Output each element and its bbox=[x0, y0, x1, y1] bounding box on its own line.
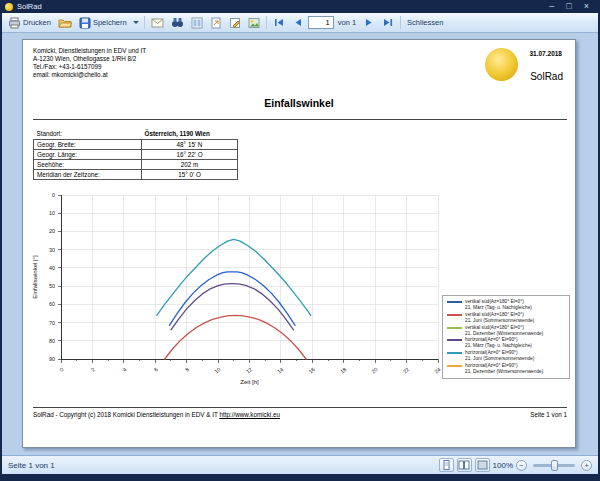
next-page-button[interactable] bbox=[360, 16, 378, 29]
statusbar: Seite 1 von 1 100% − + bbox=[2, 455, 598, 474]
print-button[interactable]: Drucken bbox=[5, 16, 54, 30]
company-line: email: mkomicki@chello.at bbox=[33, 71, 146, 79]
svg-text:60: 60 bbox=[49, 301, 55, 307]
legend-swatch bbox=[447, 339, 462, 341]
legend-entry: vertikal süd(Az=180° El=0°)21. Dezember … bbox=[447, 325, 566, 337]
minimize-button[interactable]: – bbox=[549, 2, 554, 11]
toolbar-separator bbox=[144, 16, 145, 29]
document-page: Komicki, Dienstleistungen in EDV und IT … bbox=[22, 39, 576, 448]
svg-text:10: 10 bbox=[49, 210, 55, 216]
page-of-label: von 1 bbox=[338, 18, 356, 27]
next-page-icon bbox=[363, 17, 375, 28]
sun-logo bbox=[485, 48, 518, 81]
save-icon bbox=[79, 17, 91, 29]
svg-text:14: 14 bbox=[276, 366, 284, 374]
svg-text:24: 24 bbox=[433, 366, 441, 374]
legend-swatch bbox=[447, 327, 462, 329]
open-button[interactable] bbox=[55, 16, 75, 30]
svg-text:8: 8 bbox=[184, 366, 190, 373]
svg-text:16: 16 bbox=[308, 366, 316, 374]
zoom-out-button[interactable]: − bbox=[516, 460, 527, 471]
two-page-view-button[interactable] bbox=[457, 458, 472, 472]
folder-icon bbox=[58, 17, 72, 29]
window-title: SolRad bbox=[17, 2, 42, 11]
zoom-in-button[interactable]: + bbox=[581, 460, 592, 471]
page-setup-icon bbox=[210, 17, 222, 29]
page-setup-button[interactable] bbox=[207, 16, 225, 30]
table-cell-value: 16° 22' O bbox=[142, 149, 238, 159]
svg-text:0: 0 bbox=[58, 366, 64, 373]
svg-text:0: 0 bbox=[52, 192, 55, 198]
legend-label: vertikal süd(Az=180° El=0°)21. Juni (Som… bbox=[465, 312, 534, 324]
columns-button[interactable] bbox=[188, 16, 206, 30]
x-axis-title: Zeit [h] bbox=[240, 379, 259, 385]
footer-page-number: Seite 1 von 1 bbox=[530, 411, 567, 418]
legend-label: vertikal süd(Az=180° El=0°)21. Dezember … bbox=[465, 325, 543, 337]
table-row: Meridian der Zeitzone:15° 0' O bbox=[34, 169, 238, 179]
save-dropdown-caret[interactable] bbox=[133, 21, 139, 24]
standort-value: Österreich, 1190 Wien bbox=[142, 129, 238, 139]
svg-text:10: 10 bbox=[213, 366, 221, 374]
close-preview-button[interactable]: Schliessen bbox=[404, 17, 446, 28]
search-button[interactable] bbox=[168, 16, 187, 29]
legend-swatch bbox=[447, 352, 462, 354]
svg-text:90: 90 bbox=[49, 356, 55, 362]
legend-swatch bbox=[447, 365, 462, 367]
svg-text:20: 20 bbox=[370, 366, 378, 374]
svg-text:6: 6 bbox=[153, 366, 159, 373]
solrad-logo-label: SolRad bbox=[530, 71, 563, 82]
table-cell-value: 48° 15' N bbox=[142, 139, 238, 149]
info-table-body: Standort: Österreich, 1190 Wien Geogr. B… bbox=[34, 129, 238, 179]
last-page-button[interactable] bbox=[379, 16, 397, 29]
maximize-button[interactable]: □ bbox=[566, 2, 571, 11]
table-row: Geogr. Breite:48° 15' N bbox=[34, 139, 238, 149]
email-icon bbox=[151, 17, 164, 28]
email-button[interactable] bbox=[148, 16, 167, 29]
chart-series-line bbox=[171, 284, 294, 330]
footer-link[interactable]: http://www.komicki.eu bbox=[219, 411, 280, 418]
svg-text:22: 22 bbox=[402, 366, 410, 374]
chart-series-line bbox=[165, 315, 306, 359]
report-date: 31.07.2018 bbox=[529, 50, 562, 57]
zoom-slider[interactable] bbox=[533, 464, 575, 467]
single-page-view-button[interactable] bbox=[439, 458, 454, 472]
save-button[interactable]: Speichern bbox=[76, 16, 130, 30]
titlebar: SolRad – □ × bbox=[0, 0, 600, 13]
toolbar-separator bbox=[400, 16, 401, 29]
chart-ticks bbox=[58, 195, 439, 363]
company-line: Tel./Fax: +43-1-6157099 bbox=[33, 63, 146, 71]
title-divider bbox=[33, 119, 567, 120]
fit-width-view-button[interactable] bbox=[475, 458, 490, 472]
two-page-icon bbox=[458, 460, 470, 470]
legend-entry: horizontal(Az=0° El=90°)21. Juni (Sommer… bbox=[447, 350, 566, 362]
first-page-button[interactable] bbox=[270, 16, 288, 29]
legend-label: horizontal(Az=0° El=90°)21. Juni (Sommer… bbox=[465, 350, 534, 362]
printer-icon bbox=[8, 17, 21, 29]
toolbar: Drucken Speichern bbox=[2, 13, 598, 33]
preview-workspace: Komicki, Dienstleistungen in EDV und IT … bbox=[2, 33, 598, 455]
legend-entry: horizontal(Az=0° El=90°)21. Dezember (Wi… bbox=[447, 363, 566, 375]
statusbar-page-text: Seite 1 von 1 bbox=[8, 461, 55, 470]
svg-text:2: 2 bbox=[90, 366, 96, 373]
edit-button[interactable] bbox=[226, 16, 244, 30]
standort-label: Standort: bbox=[34, 129, 142, 139]
app-icon bbox=[5, 3, 13, 11]
close-button[interactable]: × bbox=[584, 2, 589, 11]
image-button[interactable] bbox=[245, 16, 263, 30]
zoom-slider-thumb[interactable] bbox=[551, 460, 558, 471]
legend-label: horizontal(Az=0° El=90°)21. Dezember (Wi… bbox=[465, 363, 543, 375]
table-cell-label: Geogr. Breite: bbox=[34, 139, 142, 149]
legend-swatch bbox=[447, 314, 462, 316]
company-address-block: Komicki, Dienstleistungen in EDV und IT … bbox=[33, 47, 146, 79]
svg-text:30: 30 bbox=[49, 247, 55, 253]
columns-icon bbox=[191, 17, 203, 29]
table-cell-label: Geogr. Länge: bbox=[34, 149, 142, 159]
prev-page-button[interactable] bbox=[289, 16, 307, 29]
page-number-input[interactable] bbox=[308, 16, 334, 29]
table-cell-label: Seehöhe: bbox=[34, 159, 142, 169]
svg-text:80: 80 bbox=[49, 338, 55, 344]
y-axis-title: Einfallswinkel [°] bbox=[32, 255, 38, 299]
table-cell-value: 202 m bbox=[142, 159, 238, 169]
legend-label: horizontal(Az=0° El=90°)21. März (Tag- u… bbox=[465, 337, 532, 349]
toolbar-separator bbox=[266, 16, 267, 29]
